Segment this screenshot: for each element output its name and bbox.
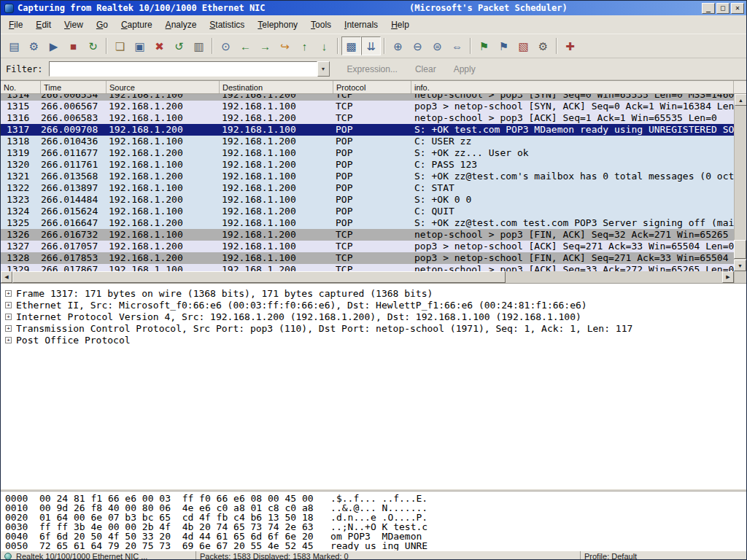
- packet-row-1324[interactable]: 1324266.015624192.168.1.100192.168.1.200…: [1, 206, 734, 217]
- capture-options-button[interactable]: ⚙: [24, 36, 44, 55]
- menu-capture[interactable]: Capture: [115, 17, 159, 33]
- detail-line[interactable]: +Transmission Control Protocol, Src Port…: [4, 322, 746, 334]
- column-header-dst[interactable]: Destination: [220, 81, 333, 93]
- packet-row-1322[interactable]: 1322266.013897192.168.1.100192.168.1.200…: [1, 182, 734, 194]
- packet-row-1319[interactable]: 1319266.011677192.168.1.200192.168.1.100…: [1, 147, 734, 159]
- expert-info-icon[interactable]: [4, 553, 12, 560]
- go-back-button[interactable]: ←: [236, 36, 255, 55]
- expand-plus-icon[interactable]: +: [5, 302, 12, 308]
- coloring-rules-button[interactable]: ▧: [514, 36, 533, 55]
- resize-columns-button[interactable]: ⇔: [447, 36, 467, 55]
- hex-line-0010[interactable]: 0010 00 9d 26 f8 40 00 80 06 4e e6 c0 a8…: [5, 503, 746, 513]
- expand-plus-icon[interactable]: +: [5, 337, 12, 343]
- vertical-scroll-thumb[interactable]: [734, 240, 746, 259]
- cell-src: 192.168.1.200: [107, 252, 220, 264]
- scroll-left-icon[interactable]: ◀: [1, 271, 12, 283]
- hex-line-0020[interactable]: 0020 01 64 00 6e 07 b3 bc 65 cd 4f fb c4…: [5, 513, 746, 522]
- packet-row-1315[interactable]: 1315266.006567192.168.1.200192.168.1.100…: [1, 101, 734, 112]
- vertical-scrollbar[interactable]: ▲ ▼: [734, 94, 746, 271]
- filter-input[interactable]: [49, 61, 317, 77]
- menu-analyze[interactable]: Analyze: [159, 17, 204, 33]
- scroll-up-icon[interactable]: ▲: [735, 94, 746, 106]
- save-capture-file-button[interactable]: ▣: [130, 36, 150, 55]
- title-bar[interactable]: Capturing from Realtek 10/100/1000 Ether…: [1, 1, 746, 15]
- find-packet-button[interactable]: ⊙: [216, 36, 236, 55]
- packet-row-1329[interactable]: 1329266.017867192.168.1.100192.168.1.200…: [1, 264, 734, 271]
- menu-go[interactable]: Go: [90, 17, 115, 33]
- menu-view[interactable]: View: [58, 17, 90, 33]
- menu-edit[interactable]: Edit: [29, 17, 58, 33]
- hex-line-0000[interactable]: 0000 00 24 81 f1 66 e6 00 03 ff f0 66 e6…: [5, 494, 746, 503]
- hex-line-0030[interactable]: 0030 ff ff 3b 4e 00 00 2b 4f 4b 20 74 65…: [5, 522, 746, 532]
- cell-no: 1315: [1, 101, 41, 112]
- maximize-button[interactable]: □: [716, 3, 729, 14]
- zoom-out-button[interactable]: ⊖: [408, 36, 427, 55]
- menu-tools[interactable]: Tools: [304, 17, 338, 33]
- expression-button[interactable]: Expression...: [347, 64, 398, 74]
- auto-scroll-button[interactable]: ⇊: [361, 36, 381, 55]
- packet-row-1314[interactable]: 1314266.006534192.168.1.100192.168.1.200…: [1, 94, 734, 101]
- capture-filters-button[interactable]: ⚑: [474, 36, 494, 55]
- detail-line[interactable]: +Post Office Protocol: [4, 334, 746, 346]
- scroll-down-icon[interactable]: ▼: [734, 260, 746, 271]
- expand-plus-icon[interactable]: +: [5, 325, 12, 332]
- go-to-packet-button[interactable]: ↪: [275, 36, 295, 55]
- go-to-bottom-button[interactable]: ↓: [314, 36, 334, 55]
- filter-dropdown-arrow-icon[interactable]: ▼: [317, 61, 330, 77]
- menu-help[interactable]: Help: [384, 17, 416, 33]
- menu-file[interactable]: File: [2, 17, 29, 33]
- packet-row-1317[interactable]: 1317266.009708192.168.1.200192.168.1.100…: [1, 124, 734, 136]
- packet-row-1323[interactable]: 1323266.014484192.168.1.200192.168.1.100…: [1, 194, 734, 206]
- detail-line[interactable]: +Internet Protocol Version 4, Src: 192.1…: [4, 311, 746, 322]
- minimize-button[interactable]: _: [702, 3, 715, 14]
- scroll-right-icon[interactable]: ▶: [722, 271, 734, 283]
- horizontal-scrollbar[interactable]: ◀ ▶: [1, 271, 746, 283]
- menu-statistics[interactable]: Statistics: [203, 17, 251, 33]
- packet-row-1320[interactable]: 1320266.011761192.168.1.100192.168.1.200…: [1, 159, 734, 171]
- reload-capture-file-button[interactable]: ↺: [169, 36, 189, 55]
- column-header-proto[interactable]: Protocol: [333, 81, 411, 93]
- menu-telephony[interactable]: Telephony: [251, 17, 304, 33]
- packet-row-1321[interactable]: 1321266.013568192.168.1.200192.168.1.100…: [1, 171, 734, 182]
- interface-list-button[interactable]: ▤: [4, 36, 24, 55]
- packet-row-1327[interactable]: 1327266.017057192.168.1.200192.168.1.100…: [1, 241, 734, 252]
- preferences-button[interactable]: ⚙: [533, 36, 553, 55]
- status-profile[interactable]: Profile: Default: [580, 551, 746, 560]
- go-to-top-button[interactable]: ↑: [295, 36, 314, 55]
- print-button[interactable]: ▥: [189, 36, 209, 55]
- detail-line[interactable]: +Frame 1317: 171 bytes on wire (1368 bit…: [4, 287, 746, 299]
- packet-row-1316[interactable]: 1316266.006583192.168.1.100192.168.1.200…: [1, 112, 734, 124]
- apply-button[interactable]: Apply: [454, 64, 476, 74]
- packet-row-1328[interactable]: 1328266.017853192.168.1.200192.168.1.100…: [1, 252, 734, 264]
- capture-restart-button[interactable]: ↻: [83, 36, 103, 55]
- cell-proto: TCP: [333, 94, 411, 101]
- hex-line-0050[interactable]: 0050 72 65 61 64 79 20 75 73 69 6e 67 20…: [5, 541, 746, 551]
- close-capture-file-button[interactable]: ✖: [150, 36, 169, 55]
- detail-line[interactable]: +Ethernet II, Src: Microsoft_f0:66:e6 (0…: [4, 299, 746, 311]
- display-filters-button[interactable]: ⚑: [494, 36, 514, 55]
- menu-internals[interactable]: Internals: [338, 17, 384, 33]
- colorize-packet-list-button[interactable]: ▩: [341, 36, 361, 55]
- horizontal-scroll-thumb[interactable]: [12, 271, 506, 283]
- clear-button[interactable]: Clear: [415, 64, 436, 74]
- capture-stop-button[interactable]: ■: [63, 36, 83, 55]
- packet-row-1326[interactable]: 1326266.016732192.168.1.100192.168.1.200…: [1, 229, 734, 241]
- help-button[interactable]: ✚: [560, 36, 580, 55]
- zoom-100-button[interactable]: ⊜: [427, 36, 447, 55]
- zoom-in-button[interactable]: ⊕: [388, 36, 408, 55]
- column-header-src[interactable]: Source: [107, 81, 220, 93]
- open-capture-file-button[interactable]: ❏: [110, 36, 130, 55]
- column-header-no[interactable]: No.: [1, 81, 41, 93]
- expand-plus-icon[interactable]: +: [5, 290, 12, 297]
- go-forward-button[interactable]: →: [255, 36, 275, 55]
- capture-start-button[interactable]: ▶: [44, 36, 63, 55]
- close-button[interactable]: ✕: [731, 3, 744, 14]
- expand-plus-icon[interactable]: +: [5, 314, 12, 320]
- column-header-info[interactable]: info.: [411, 81, 734, 93]
- packet-row-1318[interactable]: 1318266.010436192.168.1.100192.168.1.200…: [1, 136, 734, 147]
- hex-line-0040[interactable]: 0040 6f 6d 20 50 4f 50 33 20 4d 44 61 65…: [5, 532, 746, 541]
- cell-src: 192.168.1.100: [107, 229, 220, 241]
- column-header-time[interactable]: Time: [41, 81, 107, 93]
- packet-row-1325[interactable]: 1325266.016647192.168.1.200192.168.1.100…: [1, 217, 734, 229]
- horizontal-scroll-track[interactable]: [506, 271, 722, 283]
